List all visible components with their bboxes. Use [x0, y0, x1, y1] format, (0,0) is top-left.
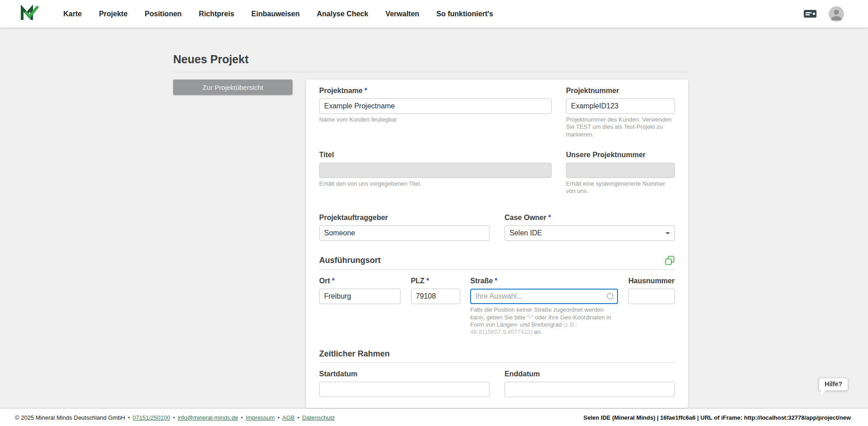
ort-label: Ort* — [319, 277, 401, 285]
session-user: Selen IDE — [584, 414, 611, 421]
footer-separator: • — [297, 414, 300, 421]
unsere-projektnummer-hint: Erhält eine systemgenerierte Nummer von … — [566, 180, 675, 195]
plz-input[interactable] — [411, 289, 460, 304]
section-heading-zeitlicher-rahmen: Zeitlicher Rahmen — [319, 349, 390, 359]
strasse-label: Straße* — [470, 277, 618, 285]
phone-link[interactable]: 07151/250100 — [132, 414, 170, 421]
nav-item-verwalten[interactable]: Verwalten — [386, 10, 420, 18]
footer-separator: • — [173, 414, 175, 421]
enddatum-input[interactable] — [505, 382, 675, 397]
enddatum-label: Enddatum — [505, 370, 675, 378]
titel-input — [319, 163, 552, 178]
nav-item-so-funktionierts[interactable]: So funktioniert's — [436, 10, 493, 18]
hausnummer-input[interactable] — [628, 289, 675, 304]
nav-item-einbauweisen[interactable]: Einbauweisen — [251, 10, 300, 18]
hausnummer-label: Hausnummer — [628, 277, 675, 285]
user-avatar[interactable] — [829, 6, 844, 22]
nav-right-actions — [803, 6, 844, 22]
nav-item-projekte[interactable]: Projekte — [99, 10, 127, 18]
email-link[interactable]: info@mineral-minds.de — [178, 414, 238, 421]
projektname-label: Projektname* — [319, 87, 552, 95]
required-asterisk: * — [495, 277, 497, 285]
copy-icon[interactable] — [665, 255, 675, 266]
section-divider — [319, 362, 675, 363]
projektauftraggeber-label: Projektauftraggeber — [319, 214, 490, 222]
nav-item-positionen[interactable]: Positionen — [145, 10, 182, 18]
unsere-projektnummer-input — [566, 163, 675, 178]
startdatum-input[interactable] — [319, 382, 490, 397]
copyright-text: © 2025 Mineral Minds Deutschland GmbH — [15, 414, 125, 421]
case-owner-label: Case Owner* — [505, 214, 675, 222]
app-logo[interactable] — [20, 5, 39, 23]
datenschutz-link[interactable]: Datenschutz — [302, 414, 335, 421]
nav-item-analyse-check[interactable]: Analyse Check — [317, 10, 368, 18]
case-owner-selected-value: Selen IDE — [509, 229, 542, 237]
startdatum-label: Startdatum — [319, 370, 490, 378]
new-project-form-card: Projektname* Name vom Kunden festlegbar … — [306, 80, 688, 408]
plz-label: PLZ* — [411, 277, 460, 285]
footer-separator: • — [278, 414, 280, 421]
required-asterisk: * — [426, 277, 429, 285]
impressum-link[interactable]: Impressum — [245, 414, 274, 421]
footer-separator: • — [241, 414, 243, 421]
page-title: Neues Projekt — [173, 53, 688, 66]
section-divider — [319, 269, 675, 270]
session-info: Selen IDE (Mineral Minds) | 16fae1ffc6a6… — [584, 414, 851, 421]
card-reader-icon[interactable] — [803, 9, 817, 19]
required-asterisk: * — [332, 277, 335, 285]
titel-label: Titel — [319, 151, 552, 159]
strasse-input[interactable] — [470, 289, 618, 304]
title-divider — [173, 72, 688, 72]
top-nav: Karte Projekte Positionen Richtpreis Ein… — [0, 0, 868, 28]
mineral-minds-logo-icon — [20, 5, 39, 23]
help-button[interactable]: Hilfe? — [819, 378, 848, 391]
footer-separator: • — [128, 414, 130, 421]
footer: © 2025 Mineral Minds Deutschland GmbH • … — [0, 409, 868, 426]
case-owner-select[interactable]: Selen IDE — [505, 225, 675, 241]
main-nav: Karte Projekte Positionen Richtpreis Ein… — [63, 10, 803, 18]
strasse-hint: Falls die Position keiner Straße zugeord… — [470, 306, 618, 336]
unsere-projektnummer-label: Unsere Projektnummer — [566, 151, 675, 159]
projektnummer-label: Projektnummer — [566, 87, 675, 95]
nav-item-karte[interactable]: Karte — [63, 10, 82, 18]
projektnummer-input[interactable] — [566, 98, 675, 114]
projektauftraggeber-input[interactable] — [319, 225, 490, 241]
main-content: Neues Projekt Zur Projektübersicht Proje… — [0, 28, 868, 409]
required-asterisk: * — [548, 214, 551, 222]
section-heading-ausfuehrungsort: Ausführungsort — [319, 256, 381, 265]
agb-link[interactable]: AGB — [282, 414, 294, 421]
projektname-hint: Name vom Kunden festlegbar — [319, 116, 552, 123]
back-to-project-overview-button[interactable]: Zur Projektübersicht — [173, 80, 292, 95]
chevron-down-icon — [665, 232, 670, 234]
titel-hint: Erhält den von uns vorgegebenen Titel. — [319, 180, 552, 187]
projektname-input[interactable] — [319, 98, 552, 114]
nav-item-richtpreis[interactable]: Richtpreis — [199, 10, 234, 18]
projektnummer-hint: Projektnummer des Kunden. Verwenden Sie … — [566, 116, 675, 138]
ort-input[interactable] — [319, 289, 401, 304]
required-asterisk: * — [364, 87, 367, 95]
session-details: (Mineral Minds) | 16fae1ffc6a6 | URL of … — [611, 414, 851, 421]
